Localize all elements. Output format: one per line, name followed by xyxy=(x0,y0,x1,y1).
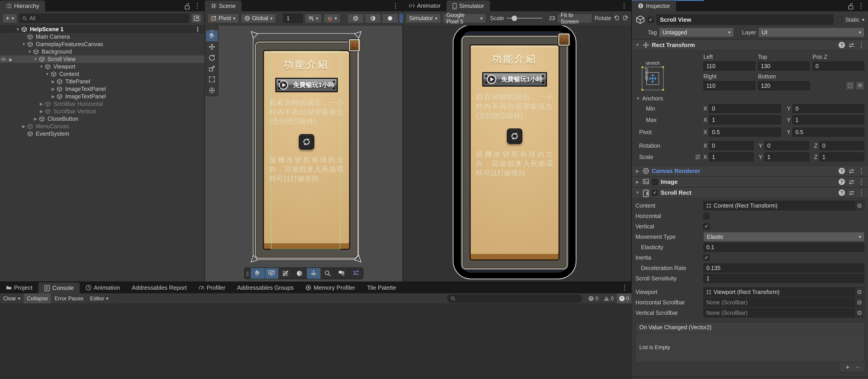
scene-options-kebab-icon[interactable]: ⋮ xyxy=(194,26,205,33)
component-menu-kebab-icon[interactable]: ⋮ xyxy=(858,168,865,174)
console-search-input[interactable] xyxy=(447,295,582,303)
pivot-mode-button[interactable]: Pivot ▾ xyxy=(208,13,239,23)
tab-hierarchy[interactable]: Hierarchy xyxy=(0,0,45,11)
vertical-checkbox[interactable]: ✓ xyxy=(704,223,710,230)
hierarchy-row[interactable]: ▶MenuCanvas xyxy=(0,123,205,130)
simulator-viewport[interactable]: ✕ 功能介紹 免費暢玩1小時 觀看30秒的廣告，一小時內不再出現彈窗廣告(受到懲… xyxy=(403,26,631,281)
anchor-max-y-field[interactable]: 1 xyxy=(793,115,864,125)
tab-simulator[interactable]: Simulator xyxy=(446,0,490,11)
left-field[interactable]: 110 xyxy=(704,62,755,71)
anchors-foldout-icon[interactable]: ▼ xyxy=(636,96,641,101)
free-play-button[interactable]: 免費暢玩1小時 xyxy=(275,78,338,92)
console-log-area[interactable] xyxy=(0,304,632,379)
viewbar-grip[interactable] xyxy=(245,268,251,279)
grid-axis-button[interactable]: ▾ xyxy=(305,13,321,23)
foldout-closed-icon[interactable]: ▶ xyxy=(20,124,27,129)
tab-memory-profiler[interactable]: Memory Profiler xyxy=(300,282,361,293)
tab-addressables-report[interactable]: Addressables Report xyxy=(126,282,193,293)
ui-overlay-toggle[interactable] xyxy=(265,268,279,279)
image-enabled-checkbox[interactable] xyxy=(652,179,658,185)
bottom-field[interactable]: 120 xyxy=(758,81,810,90)
right-field[interactable]: 110 xyxy=(704,81,755,90)
info-count-toggle[interactable]: 0 xyxy=(585,293,601,304)
foldout-open-icon[interactable]: ▼ xyxy=(635,190,640,195)
hierarchy-row[interactable]: ▶CloseButton xyxy=(0,115,205,123)
component-menu-kebab-icon[interactable]: ⋮ xyxy=(858,189,865,196)
inertia-checkbox[interactable]: ✓ xyxy=(704,254,710,261)
tag-dropdown[interactable]: Untagged ▾ xyxy=(659,28,734,37)
help-close-button[interactable]: ✕ xyxy=(558,33,569,46)
hierarchy-row[interactable]: EventSystem xyxy=(0,130,205,137)
object-picker-icon[interactable]: ⊙ xyxy=(855,298,864,307)
foldout-closed-icon[interactable]: ▶ xyxy=(50,79,57,84)
foldout-open-icon[interactable]: ▼ xyxy=(26,49,33,54)
canvas-renderer-header[interactable]: ▶ Canvas Renderer ? ⋮ xyxy=(632,166,868,176)
shuffle-balls-button[interactable] xyxy=(507,129,522,144)
link-broken-icon[interactable] xyxy=(695,154,701,160)
panel-menu-kebab-icon[interactable]: ⋮ xyxy=(621,284,628,291)
help-icon[interactable]: ? xyxy=(839,42,845,48)
free-play-button[interactable]: 免費暢玩1小時 xyxy=(482,72,547,87)
error-pause-button[interactable]: Error Pause xyxy=(52,293,87,304)
help-icon[interactable]: ? xyxy=(839,179,845,185)
help-close-button[interactable]: ✕ xyxy=(349,39,360,51)
presets-icon[interactable] xyxy=(848,42,855,47)
grid-snap-button[interactable]: ▾ xyxy=(324,13,340,23)
hierarchy-search-input[interactable]: All xyxy=(19,14,189,23)
simulator-mode-dropdown[interactable]: Simulator ▾ xyxy=(406,13,441,23)
hierarchy-row[interactable]: ▼Viewport xyxy=(0,63,205,70)
rotation-x-field[interactable]: 0 xyxy=(709,141,754,150)
tab-profiler[interactable]: Profiler xyxy=(193,282,231,293)
hierarchy-row[interactable]: Main Camera xyxy=(0,33,205,40)
hierarchy-row[interactable]: ▼GameplayFeaturesCanvas xyxy=(0,40,205,48)
image-header[interactable]: ▶ Image ? ⋮ xyxy=(632,176,868,187)
rect-tool-button[interactable] xyxy=(206,74,218,85)
foldout-closed-icon[interactable]: ▶ xyxy=(635,179,640,184)
camera-preview-toggle[interactable] xyxy=(335,268,349,279)
tab-console[interactable]: Console xyxy=(38,282,80,293)
hierarchy-row[interactable]: ▼Scroll View xyxy=(0,56,205,63)
search-toggle[interactable] xyxy=(321,268,335,279)
hierarchy-row[interactable]: ▼Content xyxy=(0,70,205,78)
tab-inspector[interactable]: Inspector xyxy=(632,0,676,11)
component-menu-kebab-icon[interactable]: ⋮ xyxy=(858,42,865,48)
transform-tool-button[interactable] xyxy=(206,85,218,96)
move-tool-button[interactable] xyxy=(206,41,218,52)
panel-menu-kebab-icon[interactable]: ⋮ xyxy=(621,2,627,9)
hierarchy-row[interactable]: ▶Scrollbar Vertical xyxy=(0,108,205,115)
shading-wireframe-toggle[interactable] xyxy=(347,13,364,23)
rotate-left-icon[interactable] xyxy=(614,15,620,22)
scene-picker-icon[interactable] xyxy=(191,13,202,23)
shading-shaded-wire-toggle[interactable] xyxy=(365,13,381,23)
error-count-toggle[interactable]: 0 xyxy=(616,293,632,304)
shading-sphere-toggle[interactable] xyxy=(293,268,307,279)
pickability-hand-icon[interactable] xyxy=(8,57,13,62)
static-flags-dropdown-icon[interactable]: ▾ xyxy=(862,17,864,23)
top-field[interactable]: 130 xyxy=(758,62,810,71)
help-icon[interactable]: ? xyxy=(839,190,845,196)
content-object-field[interactable]: Content (Rect Transform) ⊙ xyxy=(704,201,864,210)
create-object-button[interactable]: + ▾ xyxy=(3,13,17,23)
deceleration-field[interactable]: 0.135 xyxy=(704,264,864,273)
scale-z-field[interactable]: 1 xyxy=(819,152,864,162)
sensitivity-field[interactable]: 1 xyxy=(704,274,864,283)
hierarchy-scene-row[interactable]: ▼HelpScene 1⋮ xyxy=(0,26,205,33)
active-checkbox[interactable]: ✓ xyxy=(648,17,654,23)
anchor-min-y-field[interactable]: 0 xyxy=(793,104,864,113)
scene-viewport[interactable]: ✕ 功能介紹 免費暢玩1小時 觀看30秒的廣告，一小時內不再出現彈窗廣告(受到懲… xyxy=(205,26,403,281)
selection-handle-top-left[interactable] xyxy=(248,28,259,40)
anchor-min-x-field[interactable]: 0 xyxy=(709,104,781,113)
tab-addressables-groups[interactable]: Addressables Groups xyxy=(231,282,300,293)
foldout-open-icon[interactable]: ▼ xyxy=(635,42,640,47)
lock-icon[interactable] xyxy=(185,3,190,9)
remove-event-button[interactable]: − xyxy=(856,364,860,371)
editor-button[interactable]: Editor ▾ xyxy=(87,293,112,304)
handle-space-button[interactable]: Global ▾ xyxy=(241,13,276,23)
rotate-right-icon[interactable] xyxy=(622,15,628,22)
foldout-open-icon[interactable]: ▼ xyxy=(20,42,27,47)
visibility-eye-icon[interactable] xyxy=(1,57,6,62)
pan-hand-toggle[interactable] xyxy=(251,268,265,279)
foldout-open-icon[interactable]: ▼ xyxy=(44,72,51,77)
anchor-max-x-field[interactable]: 1 xyxy=(709,115,781,125)
shuffle-toggle[interactable] xyxy=(349,268,363,279)
